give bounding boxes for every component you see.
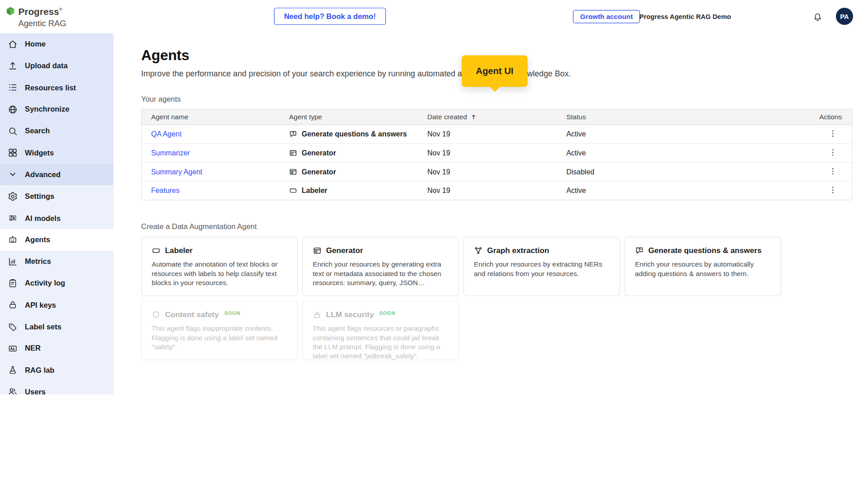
actions-cell bbox=[808, 127, 852, 141]
users-icon bbox=[8, 387, 18, 394]
registered-mark: ® bbox=[59, 7, 62, 12]
table-row: Features Labeler Nov 19 Active bbox=[142, 182, 852, 200]
sidebar-item-advanced[interactable]: Advanced bbox=[0, 164, 113, 185]
sidebar-item-upload-data[interactable]: Upload data bbox=[0, 55, 113, 77]
brand: Progress® Agentic RAG bbox=[5, 5, 66, 28]
notifications-bell-button[interactable] bbox=[813, 10, 826, 23]
shield-icon bbox=[152, 310, 161, 319]
row-actions-kebab-button[interactable] bbox=[826, 146, 840, 160]
row-actions-kebab-button[interactable] bbox=[826, 183, 840, 198]
agent-card-llm-security: LLM security SOON This agent flags resou… bbox=[302, 301, 459, 360]
agent-card-content-safety: Content safety SOON This agent flags ina… bbox=[141, 301, 298, 360]
agent-type-cell: Generator bbox=[279, 149, 418, 157]
qa-icon bbox=[635, 246, 644, 255]
tag-icon bbox=[8, 322, 18, 332]
sidebar-item-activity-log[interactable]: Activity log bbox=[0, 272, 113, 294]
labeler-icon bbox=[289, 187, 297, 195]
date-cell: Nov 19 bbox=[418, 187, 557, 195]
agent-name-link[interactable]: Summarizer bbox=[151, 149, 190, 157]
your-agents-label: Your agents bbox=[141, 95, 852, 104]
agent-name-link[interactable]: Features bbox=[151, 187, 179, 195]
ner-icon bbox=[8, 343, 18, 353]
create-agent-section: Create a Data Augmentation Agent Labeler… bbox=[141, 222, 852, 360]
header-date-created[interactable]: Date created bbox=[418, 113, 557, 121]
app-body: Home Upload data Resources list bbox=[0, 33, 868, 394]
agent-name-cell: Features bbox=[142, 187, 279, 195]
agent-name-link[interactable]: QA Agent bbox=[151, 130, 181, 138]
globe-icon bbox=[8, 104, 18, 114]
actions-cell bbox=[808, 183, 852, 198]
home-icon bbox=[8, 39, 18, 49]
top-bar: Progress® Agentic RAG Need help? Book a … bbox=[0, 0, 868, 33]
agent-type-cell: Generate questions & answers bbox=[279, 130, 418, 138]
flask-icon bbox=[8, 365, 18, 375]
sidebar-item-users[interactable]: Users bbox=[0, 381, 113, 394]
book-demo-button[interactable]: Need help? Book a demo! bbox=[274, 8, 386, 25]
generator-icon bbox=[289, 168, 297, 176]
brand-name: Progress® bbox=[18, 5, 66, 17]
agent-ui-callout: Agent UI bbox=[462, 55, 528, 87]
widgets-icon bbox=[8, 148, 18, 158]
lock-icon bbox=[313, 310, 322, 319]
kebab-icon bbox=[828, 166, 837, 177]
sidebar-item-widgets[interactable]: Widgets bbox=[0, 142, 113, 164]
sidebar-item-search[interactable]: Search bbox=[0, 120, 113, 142]
agent-type-cell: Labeler bbox=[279, 187, 418, 195]
sidebar-item-ner[interactable]: NER bbox=[0, 338, 113, 359]
sidebar-item-metrics[interactable]: Metrics bbox=[0, 251, 113, 272]
viewport: Progress® Agentic RAG Need help? Book a … bbox=[0, 0, 868, 394]
header-actions: Actions bbox=[808, 113, 852, 121]
soon-badge: SOON bbox=[379, 310, 395, 315]
upload-icon bbox=[8, 61, 18, 71]
sidebar-item-label-sets[interactable]: Label sets bbox=[0, 316, 113, 338]
sidebar-advanced-section: Settings AI models Agents bbox=[0, 185, 113, 394]
labeler-icon bbox=[152, 246, 161, 255]
agent-card-graph-extraction[interactable]: Graph extraction Enrich your resources b… bbox=[463, 237, 620, 296]
table-row: Summarizer Generator Nov 19 Active bbox=[142, 144, 852, 163]
sidebar-item-settings[interactable]: Settings bbox=[0, 185, 113, 207]
robot-icon bbox=[8, 235, 18, 245]
sidebar-item-home[interactable]: Home bbox=[0, 33, 113, 55]
qa-icon bbox=[289, 130, 297, 138]
brand-product: Agentic RAG bbox=[18, 18, 66, 28]
header-status: Status bbox=[557, 113, 808, 121]
main-content: Agent UI Agents Improve the performance … bbox=[113, 33, 868, 394]
status-cell: Active bbox=[557, 187, 808, 195]
growth-account-button[interactable]: Growth account bbox=[573, 10, 640, 23]
sidebar-main-section: Home Upload data Resources list bbox=[0, 33, 113, 185]
row-actions-kebab-button[interactable] bbox=[826, 164, 840, 179]
search-icon bbox=[8, 126, 18, 136]
agent-name-cell: QA Agent bbox=[142, 130, 279, 138]
generator-icon bbox=[313, 246, 322, 255]
header-agent-name: Agent name bbox=[142, 113, 279, 121]
agent-name-cell: Summary Agent bbox=[142, 168, 279, 176]
actions-cell bbox=[808, 164, 852, 179]
table-header: Agent name Agent type Date created Statu… bbox=[142, 109, 852, 125]
sidebar: Home Upload data Resources list bbox=[0, 33, 113, 394]
generator-icon bbox=[289, 149, 297, 157]
sidebar-item-rag-lab[interactable]: RAG lab bbox=[0, 359, 113, 381]
sidebar-item-ai-models[interactable]: AI models bbox=[0, 207, 113, 229]
date-cell: Nov 19 bbox=[418, 149, 557, 157]
agent-name-link[interactable]: Summary Agent bbox=[151, 168, 202, 176]
agents-table: Agent name Agent type Date created Statu… bbox=[141, 109, 852, 200]
agent-cards-grid: Labeler Automate the annotation of text … bbox=[141, 237, 852, 360]
sidebar-item-api-keys[interactable]: API keys bbox=[0, 294, 113, 316]
status-cell: Active bbox=[557, 130, 808, 138]
row-actions-kebab-button[interactable] bbox=[826, 127, 840, 141]
graph-icon bbox=[474, 246, 483, 255]
bell-icon bbox=[813, 12, 826, 22]
table-row: QA Agent Generate questions & answers No… bbox=[142, 125, 852, 144]
sidebar-item-synchronize[interactable]: Synchronize bbox=[0, 98, 113, 120]
agent-card-generator[interactable]: Generator Enrich your resources by gener… bbox=[302, 237, 459, 296]
agent-card-generate-qa[interactable]: Generate questions & answers Enrich your… bbox=[624, 237, 781, 296]
app-root: Progress® Agentic RAG Need help? Book a … bbox=[0, 0, 868, 394]
sort-ascending-icon bbox=[470, 113, 477, 121]
agent-card-labeler[interactable]: Labeler Automate the annotation of text … bbox=[141, 237, 298, 296]
date-cell: Nov 19 bbox=[418, 168, 557, 176]
sidebar-item-agents[interactable]: Agents bbox=[0, 229, 113, 251]
sidebar-item-resources-list[interactable]: Resources list bbox=[0, 77, 113, 98]
status-cell: Active bbox=[557, 149, 808, 157]
kebab-icon bbox=[828, 185, 837, 196]
user-avatar[interactable]: PA bbox=[836, 8, 853, 25]
